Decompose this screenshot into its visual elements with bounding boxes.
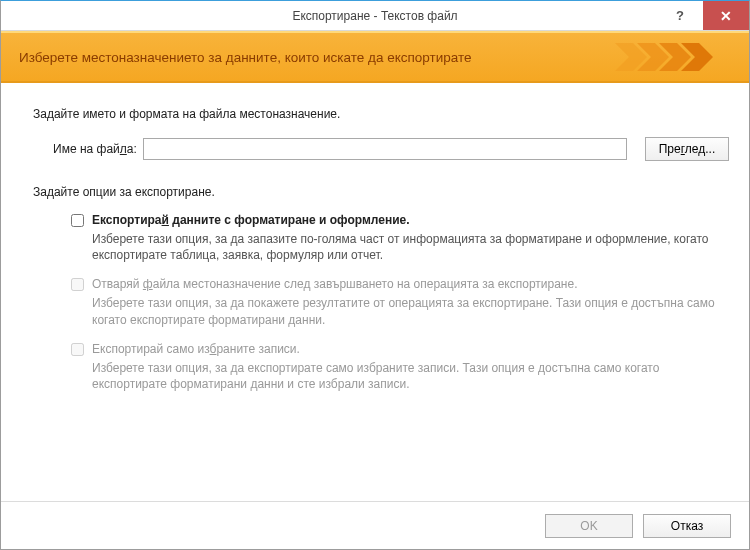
filename-label: Име на файла: <box>53 142 137 156</box>
option-export-formatting-checkbox[interactable] <box>71 214 84 227</box>
window-title: Експортиране - Текстов файл <box>292 9 457 23</box>
help-button[interactable]: ? <box>657 1 703 30</box>
option-selected-records-checkbox <box>71 343 84 356</box>
option-open-after-export: Отваряй файла местоназначение след завър… <box>71 277 729 327</box>
dialog-footer: OK Отказ <box>1 501 749 549</box>
cancel-button[interactable]: Отказ <box>643 514 731 538</box>
banner: Изберете местоназначението за данните, к… <box>1 31 749 83</box>
option-selected-records-desc: Изберете тази опция, за да експортирате … <box>92 360 719 392</box>
banner-arrows-icon <box>615 43 725 71</box>
ok-button: OK <box>545 514 633 538</box>
export-dialog: Експортиране - Текстов файл ? ✕ Изберете… <box>0 0 750 550</box>
banner-text: Изберете местоназначението за данните, к… <box>19 50 472 65</box>
option-selected-records-title: Експортирай само избраните записи. <box>92 342 300 356</box>
close-button[interactable]: ✕ <box>703 1 749 30</box>
option-open-after-export-title: Отваряй файла местоназначение след завър… <box>92 277 578 291</box>
filename-row: Име на файла: Преглед... <box>53 137 729 161</box>
dialog-body: Задайте името и формата на файла местона… <box>1 83 749 416</box>
destination-label: Задайте името и формата на файла местона… <box>33 107 729 121</box>
option-selected-records: Експортирай само избраните записи. Избер… <box>71 342 729 392</box>
option-open-after-export-desc: Изберете тази опция, за да покажете резу… <box>92 295 719 327</box>
browse-button[interactable]: Преглед... <box>645 137 729 161</box>
option-open-after-export-checkbox <box>71 278 84 291</box>
option-export-formatting: Експортирай данните с форматиране и офор… <box>71 213 729 263</box>
filename-input[interactable] <box>143 138 627 160</box>
window-controls: ? ✕ <box>657 1 749 30</box>
option-export-formatting-title: Експортирай данните с форматиране и офор… <box>92 213 410 227</box>
export-options-label: Задайте опции за експортиране. <box>33 185 729 199</box>
titlebar: Експортиране - Текстов файл ? ✕ <box>1 1 749 31</box>
option-export-formatting-desc: Изберете тази опция, за да запазите по-г… <box>92 231 719 263</box>
